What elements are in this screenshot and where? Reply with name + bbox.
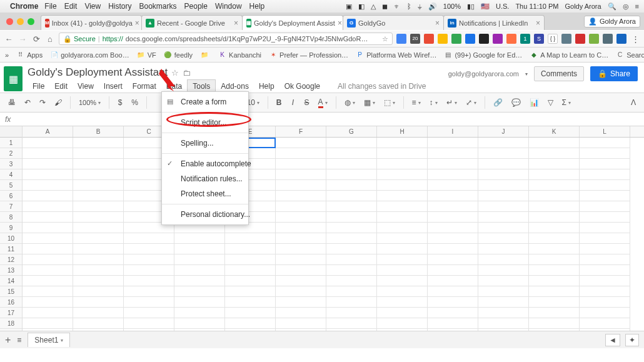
bookmark-item[interactable]: ⠿Apps <box>16 51 43 59</box>
cell[interactable] <box>73 169 124 180</box>
cell[interactable] <box>529 297 580 308</box>
cell[interactable] <box>174 276 225 286</box>
print-icon[interactable]: 🖶 <box>5 96 19 109</box>
cell[interactable] <box>23 318 73 329</box>
cell[interactable] <box>428 212 478 223</box>
cell[interactable] <box>326 138 377 148</box>
cell[interactable] <box>529 265 580 276</box>
spreadsheet-grid[interactable]: 12345678910111213141516171819 ABCDEFGHIJ… <box>0 126 644 348</box>
menu-format[interactable]: Format <box>128 80 161 93</box>
cell[interactable] <box>428 297 478 308</box>
cell[interactable] <box>529 286 580 297</box>
valign-icon[interactable]: ↕ <box>426 96 441 109</box>
extension-icon[interactable]: { } <box>548 34 558 44</box>
browser-tab[interactable]: ▲Recent - Google Drive× <box>141 15 243 30</box>
cell[interactable] <box>23 201 73 212</box>
cell[interactable] <box>23 233 73 244</box>
zoom-selector[interactable]: 100% <box>76 96 104 109</box>
cell[interactable] <box>225 233 276 244</box>
paint-format-icon[interactable]: 🖌 <box>51 96 65 109</box>
status-icon[interactable]: ◧ <box>358 3 365 11</box>
cell[interactable] <box>580 180 630 191</box>
bookmark-item[interactable]: ▤(99+) Google for Ed… <box>444 51 522 59</box>
add-sheet-button[interactable]: + <box>5 334 11 346</box>
spotlight-icon[interactable]: 🔍 <box>608 3 616 11</box>
cell[interactable] <box>377 180 428 191</box>
row-header[interactable]: 1 <box>0 138 22 148</box>
cell[interactable] <box>73 233 124 244</box>
tools-menu-create-a-form[interactable]: Create a form <box>162 94 248 109</box>
extension-icon[interactable]: 20 <box>410 34 420 44</box>
star-icon[interactable]: ☆ <box>171 68 179 78</box>
cell[interactable] <box>580 159 630 169</box>
cell[interactable] <box>529 276 580 286</box>
cell[interactable] <box>276 244 326 254</box>
cell[interactable] <box>23 286 73 297</box>
cell[interactable] <box>174 318 225 329</box>
cell[interactable] <box>529 223 580 233</box>
siri-icon[interactable]: ◎ <box>623 3 629 11</box>
cell[interactable] <box>124 318 174 329</box>
cell[interactable] <box>73 159 124 169</box>
cell[interactable] <box>73 265 124 276</box>
tools-menu-notification-rules[interactable]: Notification rules... <box>162 171 248 186</box>
cell[interactable] <box>276 169 326 180</box>
cell[interactable] <box>326 265 377 276</box>
cell[interactable] <box>478 308 529 318</box>
cell[interactable] <box>23 254 73 265</box>
column-header[interactable]: H <box>377 126 428 137</box>
tab-close-icon[interactable]: × <box>135 19 139 28</box>
cell[interactable] <box>580 201 630 212</box>
mac-menu-view[interactable]: View <box>84 2 101 11</box>
bold-icon[interactable]: B <box>273 96 285 109</box>
browser-tab[interactable]: inNotifications | LinkedIn× <box>443 15 545 30</box>
cell[interactable] <box>23 265 73 276</box>
cell[interactable] <box>124 308 174 318</box>
cell[interactable] <box>174 244 225 254</box>
cell[interactable] <box>225 276 276 286</box>
cell[interactable] <box>428 191 478 201</box>
cell[interactable] <box>529 138 580 148</box>
cell[interactable] <box>73 138 124 148</box>
column-header[interactable]: F <box>276 126 326 137</box>
cell[interactable] <box>23 138 73 148</box>
filter-icon[interactable]: ▽ <box>545 96 556 109</box>
bookmarks-overflow[interactable]: » <box>5 51 9 59</box>
cell[interactable] <box>529 201 580 212</box>
cell[interactable] <box>529 159 580 169</box>
cell[interactable] <box>73 180 124 191</box>
strike-icon[interactable]: S <box>301 96 312 109</box>
notif-center-icon[interactable]: ≡ <box>635 3 639 10</box>
halign-icon[interactable]: ≡ <box>409 96 424 109</box>
cell[interactable] <box>580 265 630 276</box>
extension-icon[interactable] <box>479 34 489 44</box>
cell[interactable] <box>529 308 580 318</box>
row-header[interactable]: 5 <box>0 180 22 191</box>
battery-icon[interactable]: ▮▯ <box>467 3 475 11</box>
extension-icon[interactable] <box>493 34 503 44</box>
cell[interactable] <box>478 223 529 233</box>
row-header[interactable]: 12 <box>0 254 22 265</box>
cell[interactable] <box>478 148 529 159</box>
cell[interactable] <box>326 159 377 169</box>
cell[interactable] <box>326 233 377 244</box>
cell[interactable] <box>276 254 326 265</box>
cell[interactable] <box>478 191 529 201</box>
column-header[interactable]: L <box>580 126 630 137</box>
cell[interactable] <box>124 276 174 286</box>
mac-menu-people[interactable]: People <box>184 2 208 11</box>
undo-icon[interactable]: ↶ <box>21 96 34 109</box>
cell[interactable] <box>124 233 174 244</box>
cell[interactable] <box>428 233 478 244</box>
cell[interactable] <box>478 286 529 297</box>
cell[interactable] <box>326 318 377 329</box>
cell[interactable] <box>276 297 326 308</box>
extension-icon[interactable] <box>616 34 626 44</box>
extension-icon[interactable] <box>465 34 475 44</box>
row-header[interactable]: 18 <box>0 318 22 329</box>
cell[interactable] <box>529 191 580 201</box>
cell[interactable] <box>377 201 428 212</box>
column-header[interactable]: A <box>23 126 73 137</box>
bookmark-item[interactable]: ◆A Map to Learn to C… <box>530 51 608 59</box>
cell[interactable] <box>428 138 478 148</box>
